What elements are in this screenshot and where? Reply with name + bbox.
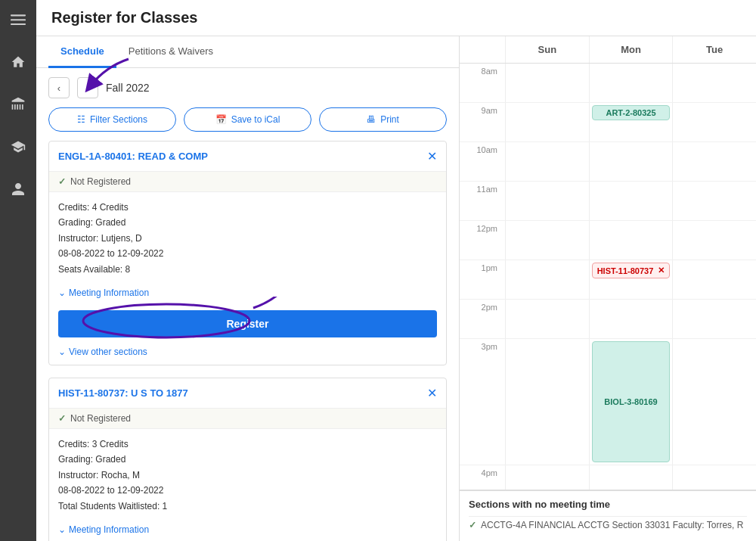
time-label-9am: 9am: [460, 103, 505, 141]
no-meeting-label: ACCTG-4A FINANCIAL ACCTG Section 33031 F…: [481, 520, 743, 530]
course-header-engl: ENGL-1A-80401: READ & COMP ✕: [49, 141, 446, 171]
close-hist-button[interactable]: ✕: [427, 386, 437, 400]
cal-cell-tue-8am: [672, 64, 756, 102]
cal-cell-mon-10am: [589, 142, 673, 181]
chevron-down-icon-2: ⌄: [58, 347, 66, 357]
engl-status-row: ✓ Not Registered: [49, 171, 446, 192]
cal-cell-mon-2pm: [589, 300, 673, 338]
hist-dates: 08-08-2022 to 12-09-2022: [58, 483, 437, 498]
course-link-engl[interactable]: ENGL-1A-80401: READ & COMP: [58, 151, 208, 162]
art-event[interactable]: ART-2-80325: [592, 105, 671, 120]
cal-cell-sun-1pm: [505, 260, 589, 299]
engl-grading: Grading: Graded: [58, 215, 437, 230]
no-meeting-item-0: ✓ ACCTG-4A FINANCIAL ACCTG Section 33031…: [469, 516, 747, 533]
engl-view-sections[interactable]: ⌄ View other sections: [49, 344, 446, 365]
register-button-engl[interactable]: Register: [58, 310, 437, 337]
cal-cell-sun-8am: [505, 64, 589, 102]
calendar-header: Sun Mon Tue: [460, 36, 756, 64]
cal-cell-mon-12pm: [589, 221, 673, 260]
time-row-10am: 10am: [460, 142, 756, 182]
cal-cell-tue-3pm: [672, 339, 756, 465]
hist-grading: Grading: Graded: [58, 452, 437, 467]
sidebar-graduation-icon[interactable]: [6, 135, 30, 159]
svg-rect-0: [11, 14, 26, 16]
cal-cell-tue-10am: [672, 142, 756, 181]
sidebar-institution-icon[interactable]: [6, 92, 30, 117]
semester-nav: ‹ › Fall 2022: [36, 68, 459, 107]
tab-schedule[interactable]: Schedule: [48, 36, 116, 68]
cal-cell-mon-3pm: BIOL-3-80169: [589, 339, 673, 465]
cal-cell-tue-1pm: [672, 260, 756, 299]
course-link-hist[interactable]: HIST-11-80737: U S TO 1877: [58, 387, 188, 399]
cal-cell-mon-4pm: [589, 465, 673, 490]
sidebar-menu-icon[interactable]: [6, 8, 30, 32]
time-label-12pm: 12pm: [460, 221, 505, 260]
cal-header-mon: Mon: [589, 36, 673, 63]
cal-cell-tue-9am: [672, 103, 756, 141]
prev-semester-button[interactable]: ‹: [48, 77, 70, 98]
course-card-engl: ENGL-1A-80401: READ & COMP ✕ ✓ Not Regis…: [48, 141, 447, 365]
cal-header-tue: Tue: [672, 36, 756, 63]
cal-cell-tue-2pm: [672, 300, 756, 338]
hist-status-label: Not Registered: [70, 413, 131, 424]
chevron-down-icon-3: ⌄: [58, 524, 66, 535]
time-row-2pm: 2pm: [460, 300, 756, 339]
svg-rect-2: [11, 23, 26, 25]
biol-event-mon-3pm[interactable]: BIOL-3-80169: [592, 341, 671, 462]
time-label-1pm: 1pm: [460, 260, 505, 299]
hist-event[interactable]: HIST-11-80737 ✕: [592, 263, 671, 278]
cal-cell-sun-12pm: [505, 221, 589, 260]
engl-dates: 08-08-2022 to 12-09-2022: [58, 246, 437, 261]
filter-icon: ☷: [77, 114, 85, 125]
engl-credits: Credits: 4 Credits: [58, 200, 437, 215]
right-panel: Sun Mon Tue 8am 9am ART-2-80325: [460, 36, 756, 541]
save-ical-button[interactable]: 📅 Save to iCal: [184, 107, 311, 132]
calendar-icon: 📅: [215, 114, 227, 125]
hist-status-checkmark: ✓: [58, 413, 66, 424]
filter-sections-button[interactable]: ☷ Filter Sections: [48, 107, 176, 132]
cal-cell-tue-11am: [672, 182, 756, 220]
no-meeting-checkmark: ✓: [469, 520, 476, 530]
cal-cell-sun-2pm: [505, 300, 589, 338]
hist-meeting-info[interactable]: ⌄ Meeting Information: [49, 521, 446, 541]
svg-rect-1: [11, 19, 26, 20]
course-header-hist: HIST-11-80737: U S TO 1877 ✕: [49, 378, 446, 408]
sidebar-home-icon[interactable]: [6, 50, 30, 74]
event-close-icon[interactable]: ✕: [658, 266, 665, 275]
hist-status-row: ✓ Not Registered: [49, 408, 446, 429]
left-panel: Schedule Petitions & Waivers ‹ › Fall 20…: [36, 36, 460, 541]
tab-petitions[interactable]: Petitions & Waivers: [116, 36, 225, 68]
next-semester-button[interactable]: ›: [77, 77, 98, 98]
time-label-3pm: 3pm: [460, 339, 505, 465]
time-row-4pm: 4pm: [460, 465, 756, 490]
no-meeting-title: Sections with no meeting time: [469, 499, 747, 510]
page-title: Register for Classes: [51, 9, 197, 26]
cal-cell-mon-1pm: HIST-11-80737 ✕: [589, 260, 673, 299]
time-row-1pm: 1pm HIST-11-80737 ✕: [460, 260, 756, 300]
cal-cell-mon-11am: [589, 182, 673, 220]
engl-status-label: Not Registered: [70, 176, 131, 187]
time-label-11am: 11am: [460, 182, 505, 220]
sections-no-meeting: Sections with no meeting time ✓ ACCTG-4A…: [460, 490, 756, 541]
time-row-8am: 8am: [460, 64, 756, 103]
engl-course-details: Credits: 4 Credits Grading: Graded Instr…: [49, 192, 446, 284]
engl-meeting-info[interactable]: ⌄ Meeting Information: [49, 284, 446, 304]
content-area: Schedule Petitions & Waivers ‹ › Fall 20…: [36, 36, 756, 541]
time-row-12pm: 12pm: [460, 221, 756, 260]
course-list: ENGL-1A-80401: READ & COMP ✕ ✓ Not Regis…: [36, 141, 459, 541]
calendar-body: 8am 9am ART-2-80325 10am: [460, 64, 756, 490]
time-label-4pm: 4pm: [460, 465, 505, 490]
time-row-3pm: 3pm BIOL-3-80169: [460, 339, 756, 465]
print-button[interactable]: 🖶 Print: [319, 107, 447, 132]
chevron-down-icon: ⌄: [58, 288, 66, 298]
course-card-hist: HIST-11-80737: U S TO 1877 ✕ ✓ Not Regis…: [48, 378, 447, 541]
cal-cell-tue-12pm: [672, 221, 756, 260]
cal-cell-sun-11am: [505, 182, 589, 220]
hist-course-details: Credits: 3 Credits Grading: Graded Instr…: [49, 429, 446, 521]
cal-cell-tue-4pm: [672, 465, 756, 490]
close-engl-button[interactable]: ✕: [427, 149, 437, 163]
cal-cell-mon-9am: ART-2-80325: [589, 103, 673, 141]
time-row-11am: 11am: [460, 182, 756, 221]
sidebar-person-icon[interactable]: [6, 177, 30, 201]
tabs: Schedule Petitions & Waivers: [36, 36, 459, 68]
